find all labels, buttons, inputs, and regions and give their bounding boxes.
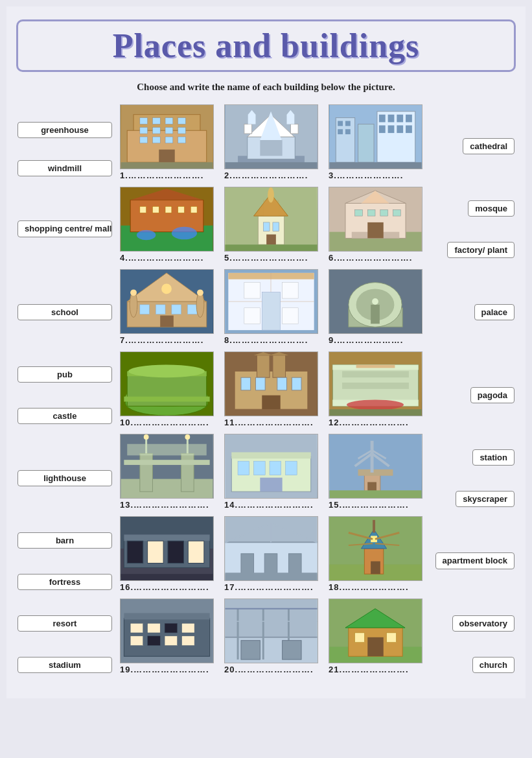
svg-rect-91 [228, 273, 314, 279]
svg-rect-51 [165, 206, 172, 213]
building-label-11: 11.……………………. [224, 418, 318, 427]
building-image-15 [329, 434, 422, 499]
building-cell-16: 16.……………………. [117, 516, 217, 596]
building-label-17: 17.……………………. [224, 582, 318, 592]
svg-rect-9 [165, 127, 173, 134]
label-pagoda: pagoda [470, 387, 515, 403]
svg-rect-164 [127, 541, 143, 563]
svg-rect-216 [355, 633, 365, 643]
building-label-21: 21.…………………. [329, 665, 422, 674]
building-image-9 [329, 269, 422, 334]
svg-rect-33 [345, 121, 351, 126]
building-image-20 [224, 598, 318, 663]
svg-rect-42 [397, 125, 403, 133]
label-apartment-block: apartment block [435, 552, 515, 570]
building-cell-6: 6.……………………. [325, 187, 426, 266]
svg-rect-50 [152, 206, 159, 213]
svg-rect-75 [367, 222, 384, 239]
building-label-4: 4.……………………. [120, 253, 214, 263]
svg-rect-36 [379, 115, 386, 123]
svg-rect-192 [124, 613, 209, 620]
svg-rect-53 [191, 206, 197, 213]
building-image-17 [224, 516, 318, 581]
svg-rect-196 [182, 623, 195, 633]
svg-rect-24 [290, 124, 298, 134]
right-labels-column: cathedral mosque factory/ plant palace p… [426, 104, 516, 685]
svg-rect-72 [367, 209, 375, 216]
svg-point-60 [268, 187, 274, 203]
building-label-19: 19.……………………. [120, 665, 214, 674]
svg-point-138 [144, 434, 149, 440]
building-image-6 [329, 187, 422, 252]
left-labels-column: greenhouse windmill shopping centre/ mal… [16, 104, 117, 685]
svg-rect-40 [379, 125, 386, 133]
label-palace: palace [474, 304, 515, 320]
svg-rect-176 [264, 554, 277, 574]
svg-rect-140 [124, 460, 209, 465]
svg-rect-200 [182, 636, 195, 646]
svg-rect-118 [241, 377, 251, 390]
svg-rect-35 [345, 129, 351, 134]
building-image-18 [329, 516, 422, 581]
svg-point-139 [185, 434, 190, 440]
svg-rect-141 [127, 444, 207, 456]
building-cell-3: 3.…………………. [325, 104, 426, 184]
grid-row-1: 1.……………………. [117, 104, 426, 184]
svg-rect-61 [263, 222, 270, 231]
svg-rect-189 [371, 562, 380, 574]
svg-rect-103 [371, 305, 380, 324]
svg-rect-209 [241, 641, 260, 659]
building-label-8: 8.……………………. [224, 335, 318, 345]
svg-rect-114 [257, 355, 270, 377]
svg-rect-167 [188, 541, 204, 563]
svg-rect-37 [388, 115, 395, 123]
svg-rect-16 [121, 162, 213, 169]
building-cell-18: 18.…………………. [325, 516, 426, 596]
svg-point-88 [197, 289, 203, 296]
svg-point-55 [172, 227, 197, 240]
svg-rect-165 [148, 541, 164, 563]
svg-rect-133 [121, 479, 213, 498]
label-mosque: mosque [468, 200, 515, 217]
svg-rect-148 [286, 461, 297, 475]
svg-rect-145 [238, 461, 249, 475]
page-title: Places and buildings [16, 19, 516, 72]
svg-rect-94 [244, 283, 260, 299]
svg-rect-135 [181, 453, 194, 492]
instruction-text: Choose and write the name of each buildi… [16, 82, 516, 93]
building-cell-10: 10.……………………. [117, 351, 217, 431]
building-image-14 [224, 434, 318, 499]
building-cell-15: 15.…………………. [325, 434, 426, 514]
building-image-16 [120, 516, 214, 581]
building-cell-14: 14.……………………. [221, 434, 321, 514]
svg-rect-8 [152, 127, 160, 134]
label-church: church [472, 657, 515, 673]
svg-rect-82 [172, 305, 181, 314]
grid-row-3: 7.……………………. [117, 269, 426, 349]
label-windmill-left: windmill [17, 160, 112, 176]
svg-rect-97 [283, 308, 299, 324]
svg-rect-177 [288, 554, 301, 574]
building-cell-7: 7.……………………. [117, 269, 217, 349]
label-station: station [472, 449, 515, 466]
svg-point-104 [372, 298, 378, 305]
building-label-2: 2.……………………. [224, 171, 318, 180]
svg-rect-7 [140, 127, 148, 134]
svg-rect-62 [273, 222, 279, 231]
building-image-1 [120, 104, 214, 169]
svg-rect-3 [140, 118, 148, 124]
label-fortress: fortress [17, 574, 112, 590]
svg-rect-80 [140, 305, 150, 314]
building-cell-13: 13.……………………. [117, 434, 217, 514]
svg-rect-119 [255, 377, 265, 390]
svg-rect-49 [140, 206, 146, 213]
svg-rect-96 [244, 308, 260, 324]
svg-rect-15 [159, 150, 175, 163]
building-image-7 [120, 269, 214, 334]
svg-point-129 [347, 400, 404, 410]
svg-rect-34 [338, 129, 343, 134]
svg-rect-163 [124, 534, 209, 541]
building-cell-21: 21.…………………. [325, 598, 426, 678]
svg-rect-128 [342, 383, 409, 389]
building-cell-20: 20.……………………. [221, 598, 321, 678]
